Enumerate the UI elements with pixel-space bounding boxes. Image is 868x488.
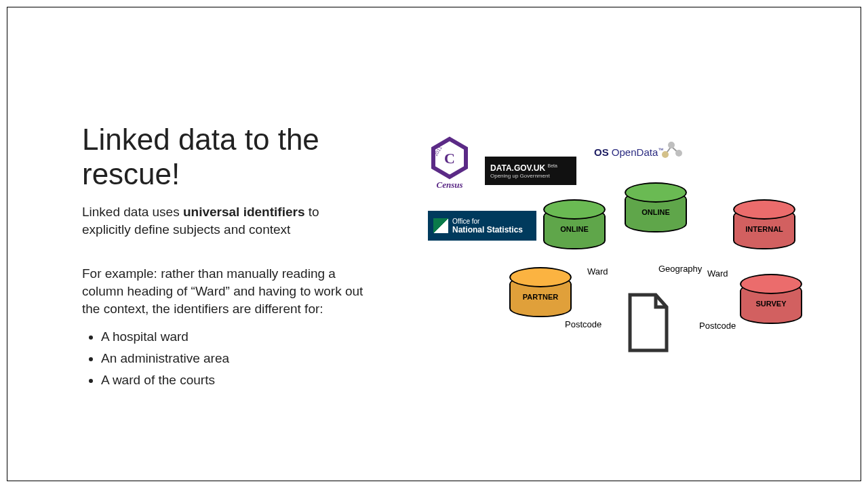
cylinder-label: PARTNER bbox=[511, 293, 570, 301]
arrows-layer bbox=[408, 136, 611, 238]
cylinder-online-2: ONLINE bbox=[625, 190, 687, 232]
list-item: An administrative area bbox=[101, 351, 367, 366]
subtitle-pre: Linked data uses bbox=[82, 205, 183, 219]
document-icon bbox=[625, 292, 672, 353]
list-item: A ward of the courts bbox=[101, 373, 367, 388]
slide-title: Linked data to the rescue! bbox=[82, 123, 367, 191]
svg-point-7 bbox=[675, 150, 682, 157]
slide-frame: Linked data to the rescue! Linked data u… bbox=[7, 7, 861, 481]
arrow-label-postcode-1: Postcode bbox=[565, 319, 601, 329]
cylinder-partner: PARTNER bbox=[509, 275, 572, 317]
cylinder-internal: INTERNAL bbox=[733, 207, 795, 249]
diagram-area: C 2011 Census DATA.GOV.UK Beta Opening u… bbox=[408, 136, 808, 380]
arrow-label-ward-2: Ward bbox=[707, 268, 728, 279]
molecule-icon bbox=[660, 140, 683, 160]
slide-subtitle: Linked data uses universal identifiers t… bbox=[82, 203, 367, 238]
arrow-label-geography: Geography bbox=[658, 264, 702, 274]
arrow-label-postcode-2: Postcode bbox=[699, 321, 736, 331]
bullet-list: A hospital ward An administrative area A… bbox=[82, 329, 367, 388]
arrow-label-ward-1: Ward bbox=[587, 266, 608, 277]
cylinder-label: SURVEY bbox=[741, 300, 801, 308]
cylinder-label: ONLINE bbox=[626, 208, 686, 216]
os-main: OpenData bbox=[609, 146, 658, 158]
example-paragraph: For example: rather than manually readin… bbox=[82, 265, 367, 317]
list-item: A hospital ward bbox=[101, 329, 367, 344]
svg-point-6 bbox=[668, 142, 675, 148]
cylinder-label: INTERNAL bbox=[734, 225, 794, 233]
text-column: Linked data to the rescue! Linked data u… bbox=[82, 123, 367, 394]
svg-point-5 bbox=[662, 151, 669, 158]
cylinder-survey: SURVEY bbox=[740, 282, 802, 324]
subtitle-bold: universal identifiers bbox=[183, 205, 305, 219]
